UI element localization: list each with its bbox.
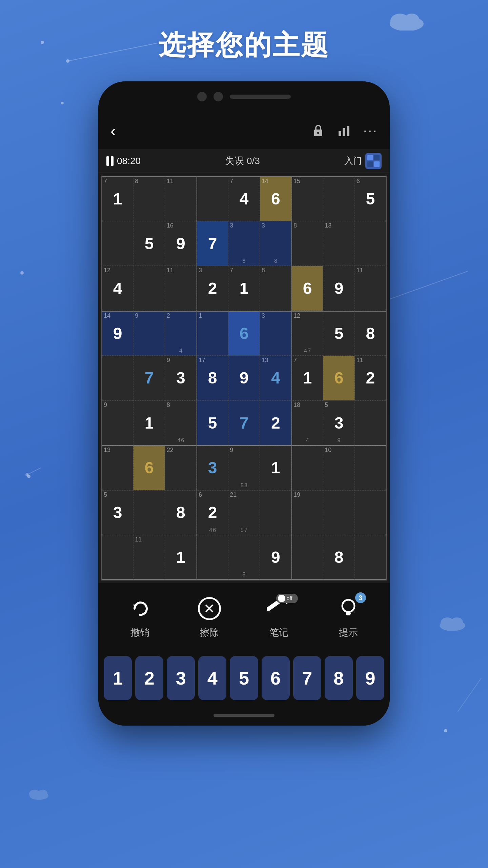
cell-2-6[interactable]: 6 bbox=[291, 266, 323, 311]
cell-3-8[interactable]: 8 bbox=[355, 311, 386, 356]
cell-0-1[interactable]: 8 bbox=[133, 176, 165, 221]
cell-2-1[interactable] bbox=[133, 266, 165, 311]
cell-1-8[interactable] bbox=[355, 221, 386, 266]
cell-4-5[interactable]: 134 bbox=[260, 356, 291, 400]
cell-6-5[interactable]: 1 bbox=[260, 445, 291, 490]
cell-2-8[interactable]: 11 bbox=[355, 266, 386, 311]
cell-7-3[interactable]: 6246 bbox=[197, 490, 228, 535]
num-btn-1[interactable]: 1 bbox=[104, 656, 132, 700]
back-button[interactable]: ‹ bbox=[110, 121, 116, 140]
cell-4-1[interactable]: 7 bbox=[133, 356, 165, 400]
num-btn-3[interactable]: 3 bbox=[167, 656, 195, 700]
cell-2-4[interactable]: 71 bbox=[228, 266, 260, 311]
cell-2-3[interactable]: 32 bbox=[197, 266, 228, 311]
cell-0-4[interactable]: 74 bbox=[228, 176, 260, 221]
cell-1-3[interactable]: 7 bbox=[197, 221, 228, 266]
cell-4-3[interactable]: 178 bbox=[197, 356, 228, 400]
cell-8-5[interactable]: 9 bbox=[260, 535, 291, 580]
cell-5-4[interactable]: 7 bbox=[228, 400, 260, 445]
cell-7-8[interactable] bbox=[355, 490, 386, 535]
undo-tool[interactable]: 撤销 bbox=[126, 595, 154, 639]
cell-0-5[interactable]: 146 bbox=[260, 176, 291, 221]
cell-3-5[interactable]: 3 bbox=[260, 311, 291, 356]
cell-8-3[interactable] bbox=[197, 535, 228, 580]
cell-2-5[interactable]: 8 bbox=[260, 266, 291, 311]
cell-7-5[interactable] bbox=[260, 490, 291, 535]
cell-0-2[interactable]: 11 bbox=[165, 176, 197, 221]
cell-3-0[interactable]: 149 bbox=[102, 311, 133, 356]
cell-1-2[interactable]: 169 bbox=[165, 221, 197, 266]
num-btn-5[interactable]: 5 bbox=[230, 656, 258, 700]
cell-5-7[interactable]: 539 bbox=[323, 400, 354, 445]
num-btn-6[interactable]: 6 bbox=[262, 656, 290, 700]
cell-0-6[interactable]: 15 bbox=[291, 176, 323, 221]
num-btn-9[interactable]: 9 bbox=[356, 656, 384, 700]
hint-tool[interactable]: 3 提示 bbox=[335, 595, 362, 639]
cell-3-1[interactable]: 9 bbox=[133, 311, 165, 356]
cell-0-3[interactable] bbox=[197, 176, 228, 221]
erase-tool[interactable]: ✕ 擦除 bbox=[196, 595, 223, 639]
cell-3-3[interactable]: 1 bbox=[197, 311, 228, 356]
cell-7-6[interactable]: 19 bbox=[291, 490, 323, 535]
cell-7-2[interactable]: 8 bbox=[165, 490, 197, 535]
cell-5-6[interactable]: 184 bbox=[291, 400, 323, 445]
cell-7-4[interactable]: 2157 bbox=[228, 490, 260, 535]
cell-1-4[interactable]: 38 bbox=[228, 221, 260, 266]
cell-2-0[interactable]: 124 bbox=[102, 266, 133, 311]
num-btn-2[interactable]: 2 bbox=[135, 656, 163, 700]
cell-8-2[interactable]: 1 bbox=[165, 535, 197, 580]
cell-4-6[interactable]: 71 bbox=[291, 356, 323, 400]
cell-7-0[interactable]: 53 bbox=[102, 490, 133, 535]
cell-7-7[interactable] bbox=[323, 490, 354, 535]
cell-6-4[interactable]: 958 bbox=[228, 445, 260, 490]
cell-3-6[interactable]: 1247 bbox=[291, 311, 323, 356]
cell-3-4[interactable]: 6 bbox=[228, 311, 260, 356]
cell-8-0[interactable] bbox=[102, 535, 133, 580]
cell-6-1[interactable]: 6 bbox=[133, 445, 165, 490]
cell-8-4[interactable]: 5 bbox=[228, 535, 260, 580]
cell-2-7[interactable]: 9 bbox=[323, 266, 354, 311]
cell-4-4[interactable]: 9 bbox=[228, 356, 260, 400]
cell-1-6[interactable]: 8 bbox=[291, 221, 323, 266]
cell-5-0[interactable]: 9 bbox=[102, 400, 133, 445]
cell-8-6[interactable] bbox=[291, 535, 323, 580]
cell-0-8[interactable]: 65 bbox=[355, 176, 386, 221]
cell-4-8[interactable]: 112 bbox=[355, 356, 386, 400]
cell-6-3[interactable]: 3 bbox=[197, 445, 228, 490]
cell-2-2[interactable]: 11 bbox=[165, 266, 197, 311]
cell-5-5[interactable]: 2 bbox=[260, 400, 291, 445]
cell-5-2[interactable]: 846 bbox=[165, 400, 197, 445]
cell-4-2[interactable]: 93 bbox=[165, 356, 197, 400]
cell-8-8[interactable] bbox=[355, 535, 386, 580]
cell-5-1[interactable]: 1 bbox=[133, 400, 165, 445]
cell-5-8[interactable] bbox=[355, 400, 386, 445]
cell-1-5[interactable]: 38 bbox=[260, 221, 291, 266]
cell-4-0[interactable] bbox=[102, 356, 133, 400]
notes-tool[interactable]: off 笔记 bbox=[265, 595, 292, 639]
cell-1-7[interactable]: 13 bbox=[323, 221, 354, 266]
cell-6-2[interactable]: 22 bbox=[165, 445, 197, 490]
cell-4-7[interactable]: 6 bbox=[323, 356, 354, 400]
lock-icon[interactable] bbox=[311, 123, 325, 138]
pause-icon[interactable] bbox=[106, 156, 114, 166]
cell-1-1[interactable]: 5 bbox=[133, 221, 165, 266]
num-btn-7[interactable]: 7 bbox=[293, 656, 321, 700]
theme-icon[interactable] bbox=[365, 153, 382, 169]
cell-6-6[interactable] bbox=[291, 445, 323, 490]
cell-3-7[interactable]: 5 bbox=[323, 311, 354, 356]
cell-6-8[interactable] bbox=[355, 445, 386, 490]
cell-0-7[interactable] bbox=[323, 176, 354, 221]
cell-7-1[interactable] bbox=[133, 490, 165, 535]
cell-8-1[interactable]: 11 bbox=[133, 535, 165, 580]
chart-icon[interactable] bbox=[337, 123, 351, 138]
num-btn-8[interactable]: 8 bbox=[325, 656, 353, 700]
cell-6-7[interactable]: 10 bbox=[323, 445, 354, 490]
cell-3-2[interactable]: 24 bbox=[165, 311, 197, 356]
cell-0-0[interactable]: 71 bbox=[102, 176, 133, 221]
cell-8-7[interactable]: 8 bbox=[323, 535, 354, 580]
cell-6-0[interactable]: 13 bbox=[102, 445, 133, 490]
cell-1-0[interactable] bbox=[102, 221, 133, 266]
more-icon[interactable]: ··· bbox=[363, 123, 378, 138]
cell-5-3[interactable]: 5 bbox=[197, 400, 228, 445]
num-btn-4[interactable]: 4 bbox=[198, 656, 226, 700]
